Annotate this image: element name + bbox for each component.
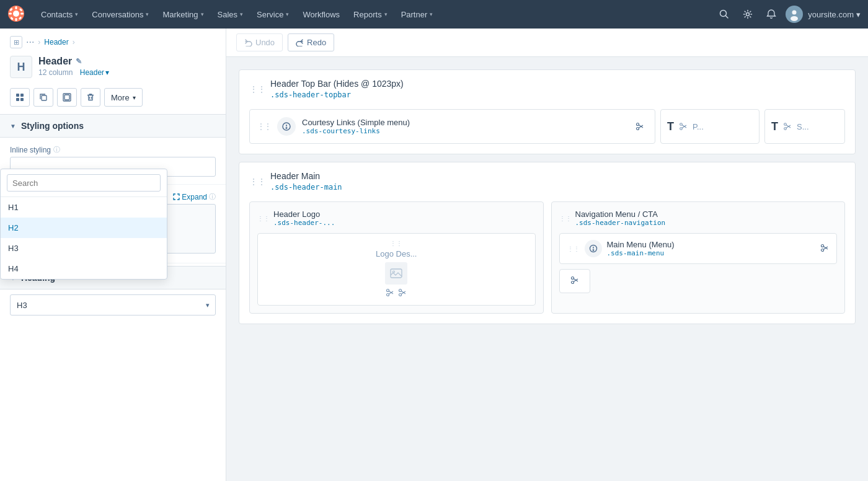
conversations-caret: ▾: [146, 11, 149, 17]
more-caret: ▾: [133, 94, 136, 101]
heading-dropdown-area: H1 H2 H3 H4 H3 ▾: [0, 289, 226, 320]
svg-point-52: [593, 250, 593, 250]
search-button[interactable]: [715, 5, 733, 24]
svg-rect-19: [20, 98, 24, 101]
panel-title: Header ✎: [38, 56, 109, 67]
undo-button[interactable]: Undo: [236, 33, 283, 51]
heading-select[interactable]: H3: [10, 294, 216, 316]
partial-card-2[interactable]: T S...: [764, 109, 845, 144]
top-navigation: Contacts ▾ Conversations ▾ Marketing ▾ S…: [0, 0, 868, 29]
breadcrumb: ⊞ ··· › Header ›: [0, 29, 226, 53]
svg-point-14: [792, 11, 797, 15]
partial-card-1[interactable]: T P...: [660, 109, 760, 144]
svg-point-15: [790, 16, 798, 21]
logo-drag[interactable]: ⋮⋮: [390, 240, 402, 247]
courtesy-links-component[interactable]: ⋮⋮ Courtesy Links (Simple menu) .sds-cou…: [249, 109, 655, 144]
svg-rect-17: [20, 94, 24, 97]
section1-info: Header Top Bar (Hides @ 1023px) .sds-hea…: [270, 79, 845, 99]
partial-button-card[interactable]: [559, 269, 590, 293]
styling-options-section-header[interactable]: ▼ Styling options: [0, 114, 226, 138]
content-toolbar: Undo Redo: [226, 29, 868, 57]
expand-button[interactable]: Expand ⓘ: [173, 192, 216, 201]
svg-rect-20: [42, 95, 46, 100]
col2-header: ⋮⋮ Navigation Menu / CTA .sds-header-nav…: [559, 210, 838, 227]
svg-point-32: [680, 123, 683, 126]
partial-card2-label: S...: [797, 122, 809, 131]
breadcrumb-dots[interactable]: ···: [26, 37, 34, 48]
nav-contacts[interactable]: Contacts ▾: [35, 6, 84, 23]
courtesy-actions: [632, 119, 647, 134]
dropdown-option-h2[interactable]: H2: [1, 218, 167, 238]
header-type-icon: H: [10, 56, 32, 78]
main-menu-icon: [585, 240, 602, 257]
svg-point-37: [784, 128, 787, 130]
logo-design-component[interactable]: ⋮⋮ Logo Des...: [257, 233, 536, 306]
col1-drag[interactable]: ⋮⋮: [257, 215, 270, 222]
partial-scissor-icon[interactable]: [570, 276, 579, 286]
panel-subtitle: 12 column Header ▾: [38, 68, 109, 77]
nav-right-controls: yoursite.com ▾: [715, 5, 861, 24]
svg-point-1: [13, 11, 19, 17]
panel-toolbar: More ▾: [0, 83, 226, 114]
section1-header-row: ⋮⋮ Header Top Bar (Hides @ 1023px) .sds-…: [239, 70, 855, 99]
header-type-link[interactable]: Header ▾: [80, 68, 109, 77]
logo-image-placeholder: [385, 262, 407, 285]
svg-point-33: [680, 128, 683, 130]
section1-drag-handle[interactable]: ⋮⋮: [249, 84, 265, 94]
dropdown-option-h3[interactable]: H3: [1, 238, 167, 258]
courtesy-scissor-icon[interactable]: [632, 119, 647, 134]
panel-title-info: Header ✎ 12 column Header ▾: [38, 56, 109, 77]
partner-caret: ▾: [430, 11, 433, 17]
nav-conversations[interactable]: Conversations ▾: [86, 6, 155, 23]
hubspot-logo[interactable]: [7, 5, 25, 24]
section2-drag-handle[interactable]: ⋮⋮: [249, 177, 265, 187]
edit-title-icon[interactable]: ✎: [76, 57, 82, 66]
main-menu-drag[interactable]: ⋮⋮: [567, 245, 580, 252]
inline-styling-info-icon: ⓘ: [53, 145, 60, 154]
notifications-button[interactable]: [762, 5, 781, 24]
wrap-button[interactable]: [57, 88, 77, 107]
logo-action-row: [386, 288, 407, 299]
delete-button[interactable]: [81, 88, 100, 107]
copy-button[interactable]: [33, 88, 53, 107]
nav-workflows[interactable]: Workflows: [296, 6, 346, 23]
svg-point-47: [399, 294, 402, 296]
svg-rect-4: [9, 12, 12, 14]
col2-drag[interactable]: ⋮⋮: [559, 215, 572, 222]
partial-card1-text-icon: T: [667, 120, 674, 133]
domain-selector[interactable]: yoursite.com ▾: [808, 10, 861, 19]
right-content-area: Undo Redo ⋮⋮ Header Top Bar (Hides @ 102…: [226, 29, 868, 481]
dropdown-search-input[interactable]: [7, 174, 161, 192]
layout-view-button[interactable]: [10, 88, 30, 107]
dropdown-option-h1[interactable]: H1: [1, 197, 167, 218]
logo-scissor-icon[interactable]: [386, 288, 394, 299]
logo-action2-icon[interactable]: [398, 288, 407, 299]
nav-reports[interactable]: Reports ▾: [347, 6, 394, 23]
more-button[interactable]: More ▾: [104, 88, 143, 107]
canvas-area: ⋮⋮ Header Top Bar (Hides @ 1023px) .sds-…: [226, 57, 868, 344]
svg-point-54: [822, 249, 824, 251]
svg-point-58: [571, 281, 574, 284]
nav-menu-column: ⋮⋮ Navigation Menu / CTA .sds-header-nav…: [551, 201, 846, 314]
user-avatar[interactable]: [786, 6, 803, 23]
courtesy-drag[interactable]: ⋮⋮: [257, 122, 271, 131]
svg-point-36: [784, 123, 787, 126]
nav-sales[interactable]: Sales ▾: [211, 6, 250, 23]
main-menu-component[interactable]: ⋮⋮ Main Menu (Menu) .sds-main-me: [559, 233, 838, 264]
main-menu-scissor-icon[interactable]: [820, 244, 829, 254]
main-layout: ⊞ ··· › Header › H Header ✎ 12 column He…: [0, 29, 868, 481]
breadcrumb-header-link[interactable]: Header: [44, 38, 68, 46]
partial-card2-text-icon: T: [771, 120, 778, 133]
marketing-caret: ▾: [201, 11, 204, 17]
redo-button[interactable]: Redo: [288, 33, 334, 51]
svg-rect-3: [16, 18, 17, 21]
settings-button[interactable]: [738, 5, 757, 24]
svg-line-11: [726, 16, 728, 19]
section1-components: ⋮⋮ Courtesy Links (Simple menu) .sds-cou…: [239, 99, 855, 154]
dropdown-option-h4[interactable]: H4: [1, 258, 167, 279]
heading-dropdown-menu: H1 H2 H3 H4: [0, 169, 167, 280]
nav-marketing[interactable]: Marketing ▾: [156, 6, 210, 23]
nav-partner[interactable]: Partner ▾: [395, 6, 440, 23]
partial-card1-label: P...: [693, 122, 704, 131]
nav-service[interactable]: Service ▾: [250, 6, 295, 23]
